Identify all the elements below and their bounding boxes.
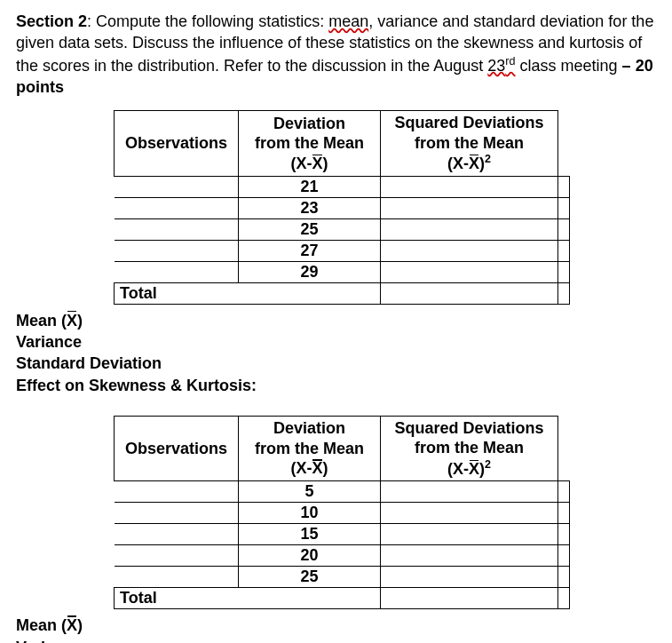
deviation-cell — [381, 524, 558, 545]
observation-value: 20 — [239, 545, 381, 567]
table-row: 21 — [115, 176, 570, 197]
statistics-table-2: Observations Deviation from the Mean (X-… — [114, 416, 570, 610]
deviation-total — [381, 282, 558, 304]
table-row: 15 — [115, 524, 570, 545]
observation-value: 27 — [239, 240, 381, 261]
mean-line: Mean (X) — [16, 615, 656, 636]
header-squared-deviation: Squared Deviations from the Mean (X-X)2 — [381, 111, 558, 177]
variance-line: Variance — [16, 331, 656, 353]
stats-list-2: Mean (X) Variance Standard Deviation Eff… — [16, 615, 656, 643]
mean-word: mean — [328, 12, 368, 30]
deviation-cell — [381, 567, 558, 588]
sd-line: Standard Deviation — [16, 353, 656, 374]
squared-total — [558, 588, 570, 609]
squared-cell — [558, 545, 570, 567]
observation-value: 25 — [239, 218, 381, 240]
observation-value: 21 — [239, 176, 381, 197]
deviation-cell — [381, 545, 558, 567]
total-label: Total — [115, 588, 381, 609]
total-row: Total — [115, 282, 570, 304]
intro-text-3: class meeting — [516, 57, 622, 75]
section-label: Section 2 — [16, 12, 87, 30]
squared-cell — [558, 218, 570, 240]
squared-total — [558, 282, 570, 304]
intro-text-1: : Compute the following statistics: — [87, 12, 328, 30]
variance-line: Variance — [16, 637, 656, 643]
deviation-cell — [381, 240, 558, 261]
deviation-cell — [381, 197, 558, 218]
date-number: 23rd — [487, 57, 515, 75]
observation-value: 29 — [239, 261, 381, 282]
mean-line: Mean (X) — [16, 310, 656, 331]
deviation-cell — [381, 503, 558, 524]
deviation-cell — [381, 481, 558, 503]
squared-cell — [558, 197, 570, 218]
table-row: 23 — [115, 197, 570, 218]
header-squared-deviation: Squared Deviations from the Mean (X-X)2 — [381, 416, 558, 481]
observation-value: 15 — [239, 524, 381, 545]
squared-cell — [558, 503, 570, 524]
header-observations: Observations — [115, 416, 239, 481]
observation-value: 5 — [239, 481, 381, 503]
table-row: 29 — [115, 261, 570, 282]
squared-cell — [558, 567, 570, 588]
obs-spacer — [115, 176, 239, 197]
section-intro: Section 2: Compute the following statist… — [16, 11, 656, 98]
table-row: 10 — [115, 503, 570, 524]
table-row: 25 — [115, 218, 570, 240]
header-deviation: Deviation from the Mean (X-X) — [239, 416, 381, 481]
deviation-cell — [381, 261, 558, 282]
deviation-cell — [381, 218, 558, 240]
table-row: 27 — [115, 240, 570, 261]
table-row: 5 — [115, 481, 570, 503]
squared-cell — [558, 240, 570, 261]
table-row: 20 — [115, 545, 570, 567]
header-observations: Observations — [115, 111, 239, 177]
squared-cell — [558, 176, 570, 197]
stats-list-1: Mean (X) Variance Standard Deviation Eff… — [16, 310, 656, 396]
observation-value: 25 — [239, 567, 381, 588]
total-row: Total — [115, 588, 570, 609]
observation-value: 23 — [239, 197, 381, 218]
squared-cell — [558, 261, 570, 282]
deviation-cell — [381, 176, 558, 197]
observation-value: 10 — [239, 503, 381, 524]
deviation-total — [381, 588, 558, 609]
total-label: Total — [115, 282, 381, 304]
squared-cell — [558, 481, 570, 503]
dash: – — [622, 57, 631, 75]
statistics-table-1: Observations Deviation from the Mean (X-… — [114, 110, 570, 305]
header-deviation: Deviation from the Mean (X-X) — [239, 111, 381, 177]
table-row: 25 — [115, 567, 570, 588]
squared-cell — [558, 524, 570, 545]
effect-line: Effect on Skewness & Kurtosis: — [16, 375, 656, 396]
